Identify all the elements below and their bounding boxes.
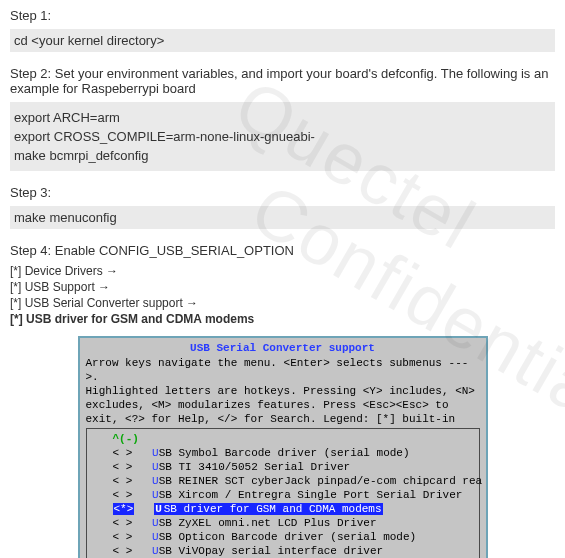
step1-cmd: cd <your kernel directory> [10,29,555,52]
menu-item[interactable]: < > USB Opticon Barcode driver (serial m… [87,530,479,544]
menu-item[interactable]: < > USB ZyXEL omni.net LCD Plus Driver [87,516,479,530]
step2-cmd2: export CROSS_COMPILE=arm-none-linux-gnue… [14,129,551,144]
step3-cmd: make menuconfig [10,206,555,229]
nav-level-0: [*] Device Drivers → [10,264,555,278]
nav-level-1: [*] USB Support → [10,280,555,294]
step2-cmd3: make bcmrpi_defconfig [14,148,551,163]
menu-item[interactable]: < > USB Symbol Barcode driver (serial mo… [87,446,479,460]
step2-cmds: export ARCH=arm export CROSS_COMPILE=arm… [10,102,555,171]
step2-cmd1: export ARCH=arm [14,110,551,125]
menuconfig-title: USB Serial Converter support [80,338,486,356]
help-line: Highlighted letters are hotkeys. Pressin… [86,384,480,398]
menu-item[interactable]: <*> USB driver for GSM and CDMA modems [87,502,479,516]
step1-label: Step 1: [10,8,555,23]
menuconfig-help: Arrow keys navigate the menu. <Enter> se… [80,356,486,428]
menuconfig-list[interactable]: ^(-) < > USB Symbol Barcode driver (seri… [86,428,480,558]
help-line: exit, <?> for Help, </> for Search. Lege… [86,412,480,426]
menu-item[interactable]: < > USB REINER SCT cyberJack pinpad/e-co… [87,474,479,488]
nav-level-3: [*] USB driver for GSM and CDMA modems [10,312,555,326]
step2-label: Step 2: Set your environment variables, … [10,66,555,96]
step4-label: Step 4: Enable CONFIG_USB_SERIAL_OPTION [10,243,555,258]
help-line: excludes, <M> modularizes features. Pres… [86,398,480,412]
menuconfig-window: USB Serial Converter support Arrow keys … [78,336,488,558]
menu-item[interactable]: < > USB Xircom / Entregra Single Port Se… [87,488,479,502]
help-line: Arrow keys navigate the menu. <Enter> se… [86,356,480,384]
scroll-up-marker: ^(-) [87,432,479,446]
step3-label: Step 3: [10,185,555,200]
menu-item[interactable]: < > USB ViVOpay serial interface driver [87,544,479,558]
nav-level-2: [*] USB Serial Converter support → [10,296,555,310]
menu-item[interactable]: < > USB TI 3410/5052 Serial Driver [87,460,479,474]
